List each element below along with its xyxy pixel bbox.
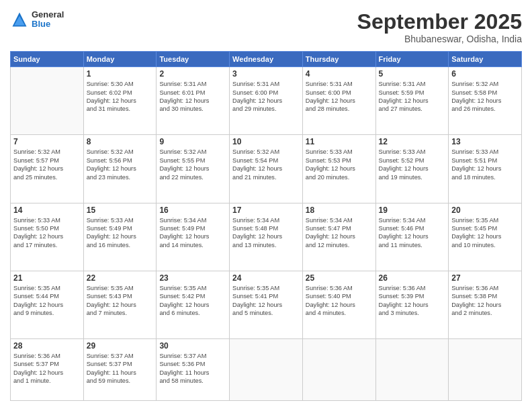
page: General Blue September 2025 Bhubaneswar,… (0, 0, 532, 411)
day-number: 30 (159, 341, 226, 351)
day-info: Sunrise: 5:31 AM Sunset: 5:59 PM Dayligh… (379, 80, 446, 113)
day-number: 5 (379, 69, 446, 79)
logo-icon (10, 10, 29, 29)
logo-blue: Blue (32, 19, 64, 29)
day-info: Sunrise: 5:36 AM Sunset: 5:37 PM Dayligh… (13, 352, 81, 385)
calendar-day-cell: 15Sunrise: 5:33 AM Sunset: 5:49 PM Dayli… (83, 203, 157, 271)
weekday-header: Friday (375, 52, 449, 67)
day-info: Sunrise: 5:32 AM Sunset: 5:55 PM Dayligh… (159, 148, 226, 181)
day-number: 28 (13, 341, 81, 351)
day-info: Sunrise: 5:33 AM Sunset: 5:49 PM Dayligh… (87, 216, 154, 250)
calendar-day-cell: 13Sunrise: 5:33 AM Sunset: 5:51 PM Dayli… (449, 135, 522, 203)
month-title: September 2025 (357, 10, 522, 34)
day-number: 12 (379, 137, 446, 146)
day-info: Sunrise: 5:37 AM Sunset: 5:36 PM Dayligh… (159, 352, 226, 385)
calendar-day-cell: 9Sunrise: 5:32 AM Sunset: 5:55 PM Daylig… (157, 135, 230, 203)
day-info: Sunrise: 5:36 AM Sunset: 5:39 PM Dayligh… (379, 284, 446, 318)
calendar-day-cell: 14Sunrise: 5:33 AM Sunset: 5:50 PM Dayli… (11, 203, 84, 271)
location: Bhubaneswar, Odisha, India (357, 34, 522, 44)
day-number: 21 (13, 273, 81, 283)
calendar-day-cell (449, 339, 522, 401)
calendar-header-row: SundayMondayTuesdayWednesdayThursdayFrid… (11, 52, 522, 67)
logo-general: General (32, 10, 64, 19)
calendar-day-cell: 11Sunrise: 5:33 AM Sunset: 5:53 PM Dayli… (302, 135, 375, 203)
day-number: 15 (87, 205, 154, 215)
calendar-day-cell: 21Sunrise: 5:35 AM Sunset: 5:44 PM Dayli… (11, 271, 84, 338)
calendar-day-cell: 1Sunrise: 5:30 AM Sunset: 6:02 PM Daylig… (83, 67, 157, 135)
calendar-week-row: 28Sunrise: 5:36 AM Sunset: 5:37 PM Dayli… (11, 339, 522, 401)
day-number: 27 (451, 273, 519, 283)
calendar-day-cell: 20Sunrise: 5:35 AM Sunset: 5:45 PM Dayli… (449, 203, 522, 271)
calendar-day-cell: 6Sunrise: 5:32 AM Sunset: 5:58 PM Daylig… (449, 67, 522, 135)
day-info: Sunrise: 5:32 AM Sunset: 5:54 PM Dayligh… (232, 148, 300, 181)
day-info: Sunrise: 5:35 AM Sunset: 5:43 PM Dayligh… (87, 284, 154, 318)
calendar-day-cell (230, 339, 303, 401)
day-number: 24 (232, 273, 300, 283)
calendar-day-cell (302, 339, 375, 401)
calendar-week-row: 21Sunrise: 5:35 AM Sunset: 5:44 PM Dayli… (11, 271, 522, 338)
day-info: Sunrise: 5:35 AM Sunset: 5:42 PM Dayligh… (159, 284, 226, 318)
calendar-day-cell: 26Sunrise: 5:36 AM Sunset: 5:39 PM Dayli… (375, 271, 449, 338)
weekday-header: Saturday (449, 52, 522, 67)
day-info: Sunrise: 5:31 AM Sunset: 6:01 PM Dayligh… (159, 80, 226, 113)
day-number: 13 (451, 137, 519, 146)
day-number: 29 (87, 341, 154, 351)
day-number: 19 (379, 205, 446, 215)
day-number: 16 (159, 205, 226, 215)
calendar-day-cell: 3Sunrise: 5:31 AM Sunset: 6:00 PM Daylig… (230, 67, 303, 135)
day-number: 1 (87, 69, 154, 79)
day-info: Sunrise: 5:34 AM Sunset: 5:48 PM Dayligh… (232, 216, 300, 250)
weekday-header: Monday (83, 52, 157, 67)
day-number: 11 (306, 137, 373, 146)
day-info: Sunrise: 5:35 AM Sunset: 5:44 PM Dayligh… (13, 284, 81, 318)
day-number: 9 (159, 137, 226, 146)
day-info: Sunrise: 5:35 AM Sunset: 5:45 PM Dayligh… (451, 216, 519, 250)
day-number: 10 (232, 137, 300, 146)
calendar-table: SundayMondayTuesdayWednesdayThursdayFrid… (10, 51, 522, 401)
day-number: 8 (87, 137, 154, 146)
calendar-day-cell: 10Sunrise: 5:32 AM Sunset: 5:54 PM Dayli… (230, 135, 303, 203)
calendar-day-cell: 2Sunrise: 5:31 AM Sunset: 6:01 PM Daylig… (157, 67, 230, 135)
day-number: 26 (379, 273, 446, 283)
calendar-day-cell: 16Sunrise: 5:34 AM Sunset: 5:49 PM Dayli… (157, 203, 230, 271)
day-info: Sunrise: 5:32 AM Sunset: 5:57 PM Dayligh… (13, 148, 81, 181)
day-info: Sunrise: 5:30 AM Sunset: 6:02 PM Dayligh… (87, 80, 154, 113)
calendar-day-cell: 24Sunrise: 5:35 AM Sunset: 5:41 PM Dayli… (230, 271, 303, 338)
calendar-day-cell: 27Sunrise: 5:36 AM Sunset: 5:38 PM Dayli… (449, 271, 522, 338)
weekday-header: Tuesday (157, 52, 230, 67)
day-number: 2 (159, 69, 226, 79)
day-number: 25 (306, 273, 373, 283)
day-info: Sunrise: 5:35 AM Sunset: 5:41 PM Dayligh… (232, 284, 300, 318)
calendar-week-row: 7Sunrise: 5:32 AM Sunset: 5:57 PM Daylig… (11, 135, 522, 203)
day-info: Sunrise: 5:34 AM Sunset: 5:47 PM Dayligh… (306, 216, 373, 250)
weekday-header: Wednesday (230, 52, 303, 67)
calendar-day-cell (375, 339, 449, 401)
day-number: 22 (87, 273, 154, 283)
weekday-header: Thursday (302, 52, 375, 67)
day-number: 6 (451, 69, 519, 79)
day-info: Sunrise: 5:34 AM Sunset: 5:49 PM Dayligh… (159, 216, 226, 250)
day-info: Sunrise: 5:36 AM Sunset: 5:38 PM Dayligh… (451, 284, 519, 318)
calendar-day-cell: 22Sunrise: 5:35 AM Sunset: 5:43 PM Dayli… (83, 271, 157, 338)
calendar-day-cell: 4Sunrise: 5:31 AM Sunset: 6:00 PM Daylig… (302, 67, 375, 135)
day-info: Sunrise: 5:33 AM Sunset: 5:51 PM Dayligh… (451, 148, 519, 181)
calendar-day-cell: 29Sunrise: 5:37 AM Sunset: 5:37 PM Dayli… (83, 339, 157, 401)
weekday-header: Sunday (11, 52, 84, 67)
calendar-day-cell: 8Sunrise: 5:32 AM Sunset: 5:56 PM Daylig… (83, 135, 157, 203)
calendar-day-cell: 5Sunrise: 5:31 AM Sunset: 5:59 PM Daylig… (375, 67, 449, 135)
day-number: 14 (13, 205, 81, 215)
day-info: Sunrise: 5:33 AM Sunset: 5:52 PM Dayligh… (379, 148, 446, 181)
day-number: 20 (451, 205, 519, 215)
calendar-week-row: 1Sunrise: 5:30 AM Sunset: 6:02 PM Daylig… (11, 67, 522, 135)
day-number: 4 (306, 69, 373, 79)
day-info: Sunrise: 5:33 AM Sunset: 5:50 PM Dayligh… (13, 216, 81, 250)
day-info: Sunrise: 5:37 AM Sunset: 5:37 PM Dayligh… (87, 352, 154, 385)
calendar-day-cell: 17Sunrise: 5:34 AM Sunset: 5:48 PM Dayli… (230, 203, 303, 271)
day-number: 7 (13, 137, 81, 146)
day-number: 3 (232, 69, 300, 79)
calendar-day-cell: 23Sunrise: 5:35 AM Sunset: 5:42 PM Dayli… (157, 271, 230, 338)
header: General Blue September 2025 Bhubaneswar,… (10, 10, 522, 44)
day-info: Sunrise: 5:31 AM Sunset: 6:00 PM Dayligh… (232, 80, 300, 113)
day-number: 23 (159, 273, 226, 283)
day-info: Sunrise: 5:32 AM Sunset: 5:56 PM Dayligh… (87, 148, 154, 181)
